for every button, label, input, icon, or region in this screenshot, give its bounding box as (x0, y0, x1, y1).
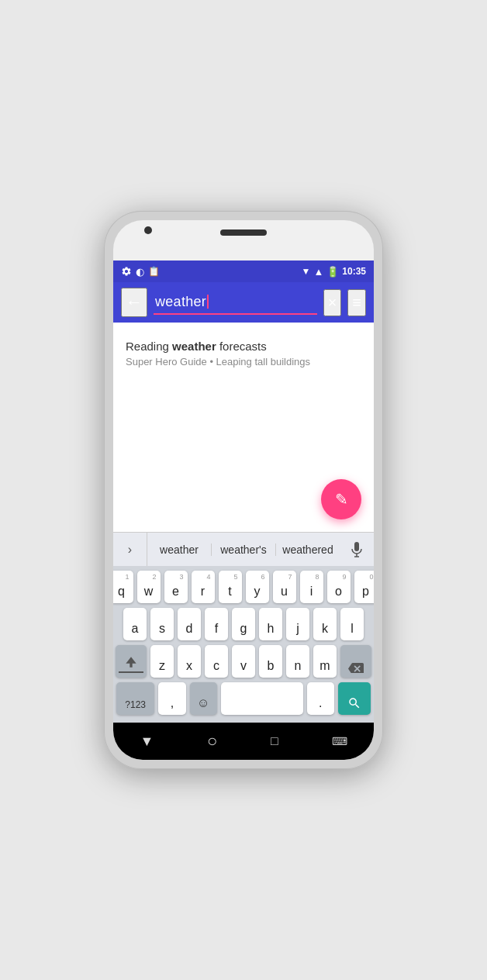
search-key-icon (347, 696, 361, 710)
status-icons-left: ◐ 📋 (121, 266, 160, 278)
result-item[interactable]: Reading weather forecasts Super Hero Gui… (126, 335, 361, 374)
key-u[interactable]: 7u (273, 571, 296, 603)
key-k[interactable]: k (313, 608, 337, 640)
shift-icon (123, 654, 139, 670)
comma-key[interactable]: , (158, 682, 185, 715)
camera-left (144, 226, 152, 234)
key-m[interactable]: m (313, 645, 337, 678)
key-v[interactable]: v (232, 645, 255, 678)
period-key[interactable]: . (307, 682, 334, 715)
nav-bar: ▼ ○ □ ⌨ (113, 723, 374, 760)
search-bar: ← weather × ≡ (113, 282, 374, 323)
fab-compose-button[interactable]: ✎ (321, 479, 361, 519)
space-key[interactable] (221, 682, 303, 715)
search-key[interactable] (338, 682, 371, 715)
key-a[interactable]: a (123, 608, 147, 640)
nav-home-button[interactable]: ○ (207, 731, 217, 751)
key-j[interactable]: j (286, 608, 309, 640)
nav-back-button[interactable]: ▼ (140, 733, 154, 750)
key-row-1: 1q 2w 3e 4r 5t 6y 7u 8i 9o 0p (116, 571, 371, 603)
result-title: Reading weather forecasts (126, 338, 361, 354)
key-y[interactable]: 6y (246, 571, 269, 603)
delete-icon (348, 661, 364, 673)
delete-key[interactable] (340, 645, 371, 678)
key-e[interactable]: 3e (164, 571, 188, 603)
phone-frame: ◐ 📋 ▼ ▲ 🔋 10:35 ← (104, 211, 383, 769)
key-b[interactable]: b (259, 645, 282, 678)
phone-speaker (220, 229, 267, 236)
key-h[interactable]: h (259, 608, 282, 640)
screen-content: ◐ 📋 ▼ ▲ 🔋 10:35 ← (113, 261, 374, 760)
search-query: weather (155, 294, 206, 309)
results-area: Reading weather forecasts Super Hero Gui… (113, 323, 374, 532)
battery-icon: 🔋 (326, 266, 339, 278)
menu-button[interactable]: ≡ (347, 289, 366, 316)
svg-rect-0 (354, 542, 359, 551)
key-s[interactable]: s (150, 608, 174, 640)
result-title-bold: weather (172, 340, 216, 353)
key-o[interactable]: 9o (327, 571, 351, 603)
mic-button[interactable] (340, 533, 374, 566)
key-d[interactable]: d (178, 608, 201, 640)
key-g[interactable]: g (232, 608, 255, 640)
keyboard: 1q 2w 3e 4r 5t 6y 7u 8i 9o 0p a s d f (113, 566, 374, 723)
back-button[interactable]: ← (121, 288, 147, 317)
key-c[interactable]: c (205, 645, 228, 678)
expand-icon: › (128, 543, 132, 557)
result-title-plain: Reading (126, 340, 172, 353)
phone-screen: ◐ 📋 ▼ ▲ 🔋 10:35 ← (113, 220, 374, 760)
wifi-icon: ▼ (302, 266, 311, 277)
key-z[interactable]: z (150, 645, 174, 678)
key-x[interactable]: x (178, 645, 201, 678)
status-time: 10:35 (342, 266, 366, 277)
nav-keyboard-button[interactable]: ⌨ (332, 735, 347, 747)
keyboard-suggestions-bar: › weather weather's weathered (113, 532, 374, 566)
clipboard-icon: 📋 (148, 266, 160, 277)
suggestions-list: weather weather's weathered (147, 543, 340, 556)
key-t[interactable]: 5t (219, 571, 242, 603)
key-n[interactable]: n (286, 645, 309, 678)
key-l[interactable]: l (340, 608, 364, 640)
result-subtitle: Super Hero Guide • Leaping tall building… (126, 356, 361, 368)
text-cursor (207, 295, 209, 309)
key-row-2: a s d f g h j k l (116, 608, 371, 640)
suggestion-weathered[interactable]: weathered (276, 543, 340, 556)
signal-icon: ▲ (313, 266, 323, 278)
key-row-4: ?123 , ☺ . (116, 682, 371, 715)
status-icons-right: ▼ ▲ 🔋 10:35 (302, 266, 366, 278)
circle-icon: ◐ (136, 266, 144, 278)
nav-recents-button[interactable]: □ (271, 734, 278, 748)
settings-icon (121, 266, 132, 277)
key-p[interactable]: 0p (354, 571, 375, 603)
suggestion-weather[interactable]: weather (147, 543, 212, 556)
clear-button[interactable]: × (323, 289, 342, 316)
key-q[interactable]: 1q (113, 571, 133, 603)
key-r[interactable]: 4r (192, 571, 215, 603)
key-w[interactable]: 2w (137, 571, 161, 603)
result-title-rest: forecasts (216, 340, 267, 353)
shift-key[interactable] (116, 645, 147, 678)
key-i[interactable]: 8i (300, 571, 323, 603)
suggestion-weathers[interactable]: weather's (212, 543, 276, 556)
search-input-container[interactable]: weather (154, 291, 317, 315)
phone-top-area (113, 220, 374, 261)
mic-icon (351, 542, 363, 557)
numbers-key[interactable]: ?123 (116, 682, 154, 715)
suggestions-expand-button[interactable]: › (113, 533, 147, 566)
compose-icon: ✎ (335, 490, 348, 509)
status-bar: ◐ 📋 ▼ ▲ 🔋 10:35 (113, 261, 374, 282)
key-row-3: z x c v b n m (116, 645, 371, 678)
key-f[interactable]: f (205, 608, 228, 640)
emoji-key[interactable]: ☺ (190, 682, 217, 715)
